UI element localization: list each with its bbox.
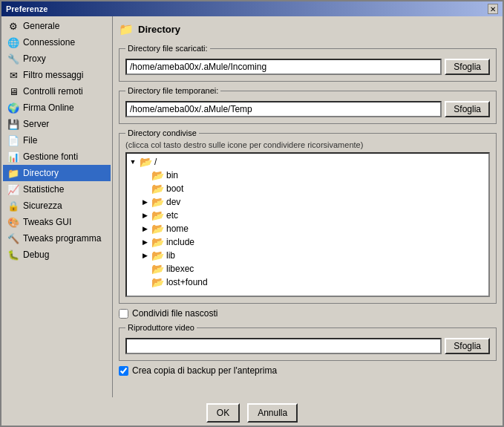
sidebar-item-statistiche[interactable]: 📈Statistiche <box>3 181 111 198</box>
temp-dir-input[interactable] <box>125 101 442 117</box>
list-item[interactable]: ▶📂lib <box>128 249 487 262</box>
directory-label: Directory <box>23 168 59 178</box>
download-dir-input[interactable] <box>125 59 442 75</box>
main-panel: 📁 Directory Directory file scaricati: Sf… <box>113 16 503 397</box>
directory-tree[interactable]: ▼📂/📂bin📂boot▶📂dev▶📂etc▶📂home▶📂include▶📂l… <box>125 152 490 297</box>
sidebar-item-sicurezza[interactable]: 🔒Sicurezza <box>3 198 111 214</box>
download-dir-browse-button[interactable]: Sfoglia <box>445 59 490 75</box>
close-button[interactable]: ✕ <box>488 4 498 14</box>
list-item[interactable]: ▶📂include <box>128 235 487 249</box>
sidebar-item-generale[interactable]: ⚙Generale <box>3 18 111 34</box>
ok-button[interactable]: OK <box>206 403 240 423</box>
temp-dir-label: Directory file temporanei: <box>125 86 220 95</box>
debug-icon: 🐛 <box>7 249 19 261</box>
title-bar: Preferenze ✕ <box>1 1 503 16</box>
video-player-input[interactable] <box>125 338 442 354</box>
video-player-label: Riproduttore video <box>125 323 197 332</box>
debug-label: Debug <box>23 250 49 260</box>
shared-dirs-group: Directory condivise (clicca col tasto de… <box>119 128 497 304</box>
list-item[interactable]: 📂boot <box>128 182 487 195</box>
tweaks-programma-icon: 🔨 <box>7 232 19 244</box>
firma-online-label: Firma Online <box>23 102 74 113</box>
folder-icon: 📂 <box>140 156 152 168</box>
statistiche-icon: 📈 <box>7 183 19 195</box>
sidebar-item-debug[interactable]: 🐛Debug <box>3 247 111 263</box>
folder-label: lost+found <box>166 277 208 287</box>
shared-dirs-note: (clicca col tasto destro sulle icone per… <box>125 140 490 149</box>
sidebar-item-filtro-messaggi[interactable]: ✉Filtro messaggi <box>3 67 111 83</box>
controlli-remoti-icon: 🖥 <box>7 85 19 97</box>
sidebar-item-controlli-remoti[interactable]: 🖥Controlli remoti <box>3 83 111 100</box>
no-arrow-icon <box>140 264 149 273</box>
expand-arrow-icon: ▶ <box>140 224 149 233</box>
folder-icon: 📂 <box>151 183 164 195</box>
folder-icon: 📂 <box>151 250 164 261</box>
sidebar-item-file[interactable]: 📄File <box>3 132 111 149</box>
hidden-files-label: Condividi file nascosti <box>132 308 217 319</box>
folder-icon: 📂 <box>151 196 164 208</box>
list-item[interactable]: ▶📂dev <box>128 195 487 209</box>
controlli-remoti-label: Controlli remoti <box>23 86 83 97</box>
server-label: Server <box>23 119 49 129</box>
sidebar-item-gestione-fonti[interactable]: 📊Gestione fonti <box>3 149 111 165</box>
folder-label: etc <box>166 210 178 221</box>
connessione-label: Connessione <box>23 37 75 48</box>
panel-header: 📁 Directory <box>119 22 497 36</box>
hidden-files-row: Condividi file nascosti <box>119 308 497 319</box>
file-icon: 📄 <box>7 134 19 146</box>
sidebar-item-server[interactable]: 💾Server <box>3 116 111 132</box>
list-item[interactable]: 📂libexec <box>128 262 487 276</box>
download-dir-group: Directory file scaricati: Sfoglia <box>119 44 497 82</box>
folder-label: / <box>154 157 157 167</box>
folder-label: bin <box>166 170 178 180</box>
temp-dir-browse-button[interactable]: Sfoglia <box>445 101 490 117</box>
no-arrow-icon <box>140 171 149 180</box>
folder-icon: 📂 <box>151 209 164 221</box>
download-dir-row: Sfoglia <box>125 59 490 75</box>
temp-dir-row: Sfoglia <box>125 101 490 117</box>
sicurezza-icon: 🔒 <box>7 200 19 212</box>
tweaks-gui-icon: 🎨 <box>7 216 19 228</box>
hidden-files-checkbox[interactable] <box>119 309 128 319</box>
sidebar-item-firma-online[interactable]: 🌍Firma Online <box>3 100 111 116</box>
download-dir-label: Directory file scaricati: <box>125 44 210 53</box>
sidebar-item-tweaks-programma[interactable]: 🔨Tweaks programma <box>3 230 111 247</box>
panel-title-text: Directory <box>138 24 180 35</box>
expand-arrow-icon: ▶ <box>140 238 149 247</box>
folder-icon: 📂 <box>151 223 164 235</box>
folder-label: home <box>166 224 189 234</box>
directory-icon: 📁 <box>119 22 134 36</box>
generale-label: Generale <box>23 21 59 31</box>
list-item[interactable]: 📂bin <box>128 169 487 182</box>
folder-label: boot <box>166 183 183 194</box>
backup-checkbox[interactable] <box>119 366 128 376</box>
preferences-window: Preferenze ✕ ⚙Generale🌐Connessione🔧Proxy… <box>0 0 504 427</box>
tweaks-programma-label: Tweaks programma <box>23 233 101 244</box>
backup-row: Crea copia di backup per l'anteprima <box>119 365 497 376</box>
gestione-fonti-label: Gestione fonti <box>23 151 78 162</box>
file-label: File <box>23 135 37 146</box>
gestione-fonti-icon: 📊 <box>7 151 19 163</box>
cancel-button[interactable]: Annulla <box>247 403 298 423</box>
sidebar-item-directory[interactable]: 📁Directory <box>3 165 111 181</box>
folder-label: lib <box>166 250 175 261</box>
list-item[interactable]: ▶📂etc <box>128 209 487 222</box>
video-player-group: Riproduttore video Sfoglia <box>119 323 497 361</box>
filtro-messaggi-label: Filtro messaggi <box>23 70 83 80</box>
no-arrow-icon <box>140 278 149 287</box>
video-player-browse-button[interactable]: Sfoglia <box>445 338 490 354</box>
list-item[interactable]: ▼📂/ <box>128 155 487 169</box>
folder-icon: 📂 <box>151 276 164 288</box>
sidebar-item-proxy[interactable]: 🔧Proxy <box>3 50 111 67</box>
video-player-row: Sfoglia <box>125 338 490 354</box>
window-title: Preferenze <box>6 4 48 13</box>
no-arrow-icon <box>140 184 149 193</box>
sidebar-item-tweaks-gui[interactable]: 🎨Tweaks GUI <box>3 214 111 230</box>
list-item[interactable]: 📂lost+found <box>128 276 487 289</box>
firma-online-icon: 🌍 <box>7 102 19 114</box>
generale-icon: ⚙ <box>7 20 19 32</box>
window-content: ⚙Generale🌐Connessione🔧Proxy✉Filtro messa… <box>1 16 503 397</box>
sidebar-item-connessione[interactable]: 🌐Connessione <box>3 34 111 50</box>
server-icon: 💾 <box>7 118 19 130</box>
list-item[interactable]: ▶📂home <box>128 222 487 235</box>
